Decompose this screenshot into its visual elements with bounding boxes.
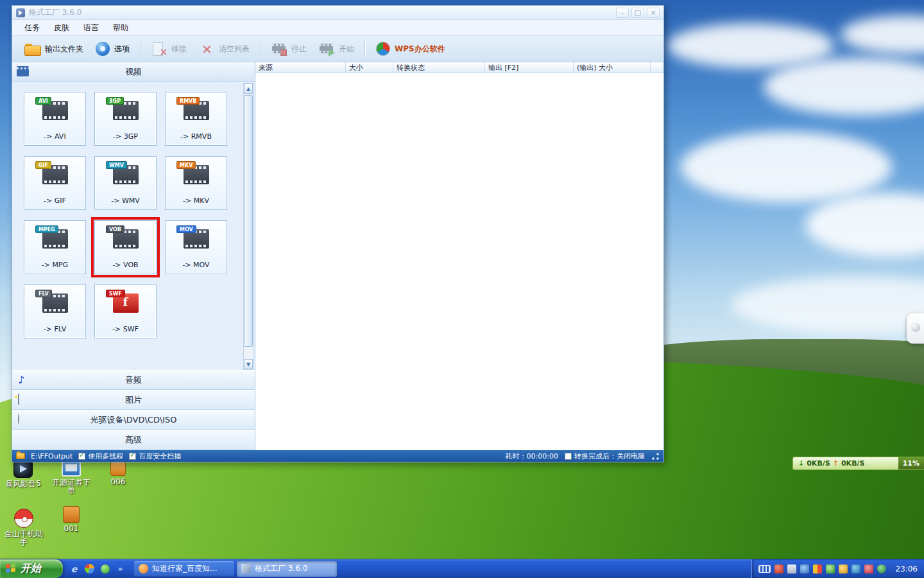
section-label: 音频 [125, 374, 142, 386]
menu-language[interactable]: 语言 [76, 21, 106, 35]
output-folder-label: 输出文件夹 [45, 44, 83, 55]
wps-office-button[interactable]: WPS办公软件 [370, 39, 451, 59]
tile-to-vob-highlighted[interactable]: VOB -> VOB [94, 220, 157, 274]
section-audio[interactable]: ♪ 音频 [12, 370, 255, 390]
taskbar-button-label: 知道行家_百度知... [152, 563, 217, 574]
maximize-button[interactable]: □ [631, 8, 644, 18]
tile-to-avi[interactable]: AVI -> AVI [24, 92, 86, 146]
taskbar-button-baidu-zhidao[interactable]: 知道行家_百度知... [134, 561, 234, 577]
volume-icon[interactable] [800, 565, 809, 574]
menu-help[interactable]: 帮助 [106, 21, 135, 35]
remove-button[interactable]: 移除 [145, 39, 193, 59]
format-badge: MOV [176, 225, 196, 233]
start-button[interactable]: 开始 [312, 39, 360, 59]
column-output[interactable]: 输出 [F2] [485, 62, 574, 73]
tile-to-rmvb[interactable]: RMVB -> RMVB [165, 92, 227, 146]
start-button[interactable]: 开始 [0, 559, 63, 578]
tile-to-mpg[interactable]: MPEG -> MPG [24, 220, 86, 274]
desktop-icon-kingsoft-phone-assistant[interactable]: 金山手机助手 [3, 509, 44, 547]
storm-player-icon [13, 460, 33, 478]
scroll-down-arrow-icon[interactable]: ▼ [244, 359, 253, 369]
scrollbar-thumb[interactable] [244, 95, 253, 347]
clear-list-label: 清空列表 [219, 44, 250, 55]
media-player-icon[interactable] [84, 563, 95, 574]
user-account-icon[interactable] [774, 565, 783, 574]
network-speed-widget[interactable]: ↓ 0KB/S ↑ 0KB/S 11% [792, 457, 924, 470]
desktop-icon-006[interactable]: 006 [98, 462, 139, 486]
scroll-up-arrow-icon[interactable]: ▲ [244, 83, 253, 94]
desktop-icon-label: 开源证券下单 [51, 478, 92, 495]
download-manager-icon[interactable] [851, 565, 860, 574]
tile-label: -> SWF [95, 325, 156, 333]
toolbar: 输出文件夹 选项 移除 清空列表 停止 开始 WPS办公软件 [12, 36, 663, 62]
mail-icon[interactable] [864, 565, 873, 574]
task-list-empty-area[interactable] [255, 73, 663, 461]
desktop-icon-001[interactable]: 001 [51, 506, 92, 533]
tray-clock[interactable]: 23:06 [890, 565, 918, 574]
desktop-icon-storm-player[interactable]: 暴风影音5 [3, 460, 44, 488]
multithread-checkbox[interactable]: ✓ 使用多线程 [78, 451, 123, 461]
status-bar: E:\FFOutput ✓ 使用多线程 ✓ 百度安全扫描 耗时：00:00:00… [12, 450, 663, 462]
package-icon [63, 506, 80, 523]
assistant-suspend-ball[interactable] [907, 313, 924, 344]
baidu-scan-checkbox[interactable]: ✓ 百度安全扫描 [129, 451, 181, 461]
quick-launch-overflow-chevron[interactable]: » [115, 563, 126, 574]
taskbar-button-format-factory[interactable]: 格式工厂 3.6.0 [237, 561, 337, 577]
options-label: 选项 [114, 44, 130, 55]
section-picture[interactable]: 图片 [12, 390, 255, 410]
shutdown-after-checkbox[interactable]: 转换完成后：关闭电脑 [565, 451, 645, 461]
tile-to-3gp[interactable]: 3GP -> 3GP [94, 92, 157, 146]
stop-icon [271, 41, 287, 57]
section-rom-device[interactable]: 光驱设备\DVD\CD\ISO [12, 410, 255, 430]
input-method-keyboard-icon[interactable] [758, 565, 771, 573]
messenger-tray-icon[interactable] [813, 565, 822, 574]
checkbox-checked[interactable]: ✓ [78, 453, 85, 460]
windows-logo-icon [6, 563, 17, 574]
desktop-icon-kaiyuan-securities[interactable]: 开源证券下单 [51, 460, 92, 495]
multithread-label: 使用多线程 [88, 451, 123, 461]
upload-arrow-icon: ↑ [833, 459, 839, 468]
music-note-icon: ♪ [18, 374, 30, 386]
column-output-size[interactable]: (输出) 大小 [574, 62, 651, 73]
column-size[interactable]: 大小 [346, 62, 393, 73]
tile-to-mov[interactable]: MOV -> MOV [165, 220, 227, 274]
security-shield-icon[interactable] [877, 565, 886, 574]
output-path[interactable]: E:\FFOutput [31, 452, 73, 460]
cloud [680, 132, 892, 202]
folder-icon [24, 41, 41, 57]
resize-grip[interactable] [651, 452, 660, 460]
tile-to-mkv[interactable]: MKV -> MKV [165, 156, 227, 210]
display-settings-icon[interactable] [787, 565, 796, 574]
sync-icon[interactable] [826, 565, 835, 574]
checkbox-checked[interactable]: ✓ [129, 453, 136, 460]
clear-list-button[interactable]: 清空列表 [193, 39, 255, 59]
pinyin-icon[interactable] [839, 565, 848, 574]
category-panel: 视频 AVI -> AVI 3GP -> 3GP RMVB -> RMVB [12, 62, 255, 450]
format-badge: WMV [106, 161, 127, 169]
menu-task[interactable]: 任务 [17, 21, 47, 35]
upload-speed: 0KB/S [841, 459, 865, 468]
title-bar[interactable]: 格式工厂 3.6.0 – □ × [12, 6, 663, 20]
tile-to-gif[interactable]: GIF -> GIF [24, 156, 86, 210]
tile-to-wmv[interactable]: WMV -> WMV [94, 156, 157, 210]
format-badge: MPEG [35, 225, 58, 233]
close-button[interactable]: × [647, 8, 660, 18]
internet-explorer-icon[interactable]: e [69, 563, 80, 574]
video-section-header[interactable]: 视频 [12, 62, 255, 82]
column-source[interactable]: 来源 [255, 62, 346, 73]
vertical-scrollbar[interactable]: ▲ ▼ [243, 83, 253, 370]
column-filler [651, 62, 663, 73]
section-advanced[interactable]: 高级 [12, 430, 255, 450]
phone-assistant-icon [14, 509, 33, 528]
stop-button[interactable]: 停止 [265, 39, 312, 59]
checkbox-unchecked[interactable] [565, 453, 572, 460]
output-folder-button[interactable]: 输出文件夹 [19, 39, 89, 59]
tile-to-flv[interactable]: FLV -> FLV [24, 285, 86, 338]
tile-to-swf[interactable]: SWF -> SWF [94, 285, 157, 338]
minimize-button[interactable]: – [616, 8, 629, 18]
messenger-icon[interactable] [99, 563, 110, 574]
taskbar: 开始 e » 知道行家_百度知... 格式工厂 3.6.0 23:06 [0, 559, 924, 578]
options-button[interactable]: 选项 [89, 39, 135, 59]
menu-skin[interactable]: 皮肤 [47, 21, 76, 35]
column-convert-state[interactable]: 转换状态 [393, 62, 485, 73]
